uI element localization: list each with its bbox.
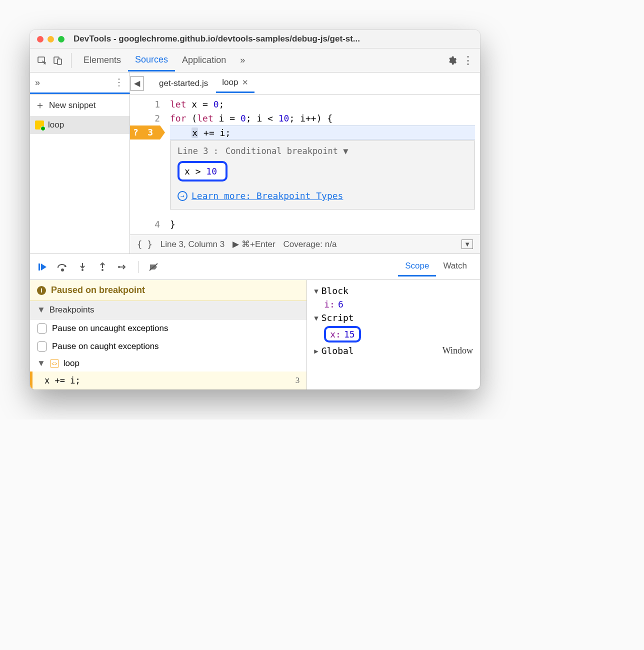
- plus-icon: ＋: [35, 98, 45, 112]
- svg-rect-2: [58, 59, 62, 64]
- tab-sources[interactable]: Sources: [128, 50, 175, 72]
- file-tab-label: get-started.js: [159, 78, 208, 88]
- line-number[interactable]: 4: [130, 218, 160, 232]
- bp-line-label: Line 3 :: [178, 146, 218, 156]
- pause-uncaught-row[interactable]: Pause on uncaught exceptions: [30, 320, 306, 338]
- snippet-small-icon: <>: [50, 360, 58, 368]
- pause-caught-row[interactable]: Pause on caught exceptions: [30, 338, 306, 356]
- new-snippet-button[interactable]: ＋ New snippet: [30, 94, 130, 116]
- breakpoint-entry[interactable]: x += i; 3: [30, 372, 306, 390]
- editor-statusbar: { } Line 3, Column 3 ▶ ⌘+Enter Coverage:…: [130, 234, 480, 254]
- breakpoint-editor: Line 3 : Conditional breakpoint ▼ x > 10…: [170, 140, 475, 210]
- scope-pane: ▼Block i: 6 ▼Script x: 15 ▶GlobalWindow: [307, 280, 480, 390]
- chevron-down-icon: ▼: [37, 305, 46, 315]
- line-number-breakpoint[interactable]: 3: [130, 126, 160, 140]
- kebab-menu-icon[interactable]: ⋮: [460, 52, 476, 68]
- debugger-left-pane: i Paused on breakpoint ▼ Breakpoints Pau…: [30, 280, 307, 390]
- svg-point-6: [102, 269, 104, 271]
- navigate-back-icon[interactable]: ◀: [130, 76, 144, 90]
- learn-more-link[interactable]: Learn more: Breakpoint Types: [192, 190, 343, 201]
- inspect-icon[interactable]: [34, 52, 50, 68]
- snippet-icon: [35, 120, 44, 130]
- checkbox-unchecked-icon[interactable]: [37, 324, 47, 334]
- step-into-icon[interactable]: [76, 260, 89, 274]
- file-tab-getstarted[interactable]: get-started.js: [153, 74, 214, 92]
- close-tab-icon[interactable]: ✕: [242, 78, 248, 87]
- tab-scope[interactable]: Scope: [398, 257, 436, 276]
- chevron-down-icon: ▼: [37, 358, 46, 368]
- tab-application[interactable]: Application: [175, 50, 233, 70]
- step-over-icon[interactable]: [56, 260, 69, 274]
- cursor-position: Line 3, Column 3: [160, 240, 225, 250]
- file-tab-loop[interactable]: loop ✕: [216, 74, 254, 93]
- step-icon[interactable]: [116, 260, 129, 274]
- new-snippet-label: New snippet: [49, 100, 96, 110]
- run-hint: ▶ ⌘+Enter: [232, 239, 275, 250]
- scope-var-x: x: 15: [307, 324, 480, 344]
- gutter[interactable]: 1 2 3: [130, 94, 165, 214]
- chevron-down-icon: ▼: [343, 146, 348, 156]
- resume-icon[interactable]: [36, 260, 49, 274]
- line-number[interactable]: 2: [130, 112, 160, 126]
- svg-point-7: [118, 266, 120, 268]
- coverage-status: Coverage: n/a: [284, 240, 337, 250]
- chevron-down-icon: ▼: [314, 314, 318, 322]
- gear-icon[interactable]: [444, 52, 460, 68]
- deactivate-breakpoints-icon[interactable]: [148, 260, 160, 274]
- info-icon: i: [37, 286, 46, 295]
- sidebar-item-label: loop: [48, 120, 64, 130]
- svg-point-5: [82, 269, 84, 271]
- bp-type-dropdown[interactable]: Conditional breakpoint ▼: [226, 146, 348, 156]
- close-window-icon[interactable]: [37, 36, 44, 42]
- file-tab-label: loop: [222, 78, 238, 88]
- scope-block-header[interactable]: ▼Block: [307, 284, 480, 298]
- code-editor: 1 2 3 let x = 0; for (let i = 0; i < 10;…: [130, 94, 480, 254]
- paused-banner: i Paused on breakpoint: [30, 280, 306, 301]
- window-title: DevTools - googlechrome.github.io/devtoo…: [74, 34, 360, 44]
- tab-watch[interactable]: Watch: [436, 257, 474, 276]
- main-tabbar: Elements Sources Application » ⋮: [30, 48, 480, 72]
- code-line-active[interactable]: x += i;: [170, 126, 475, 140]
- breakpoint-source-row[interactable]: ▼ <> loop: [30, 356, 306, 372]
- step-out-icon[interactable]: [96, 260, 109, 274]
- maximize-window-icon[interactable]: [58, 36, 64, 42]
- sidebar-item-loop[interactable]: loop: [30, 116, 130, 134]
- scope-var-i: i: 6: [307, 298, 480, 311]
- drawer-toggle-icon[interactable]: ▼: [462, 240, 473, 249]
- chevron-right-icon: ▶: [314, 347, 318, 355]
- scope-script-header[interactable]: ▼Script: [307, 311, 480, 324]
- navigator-menu-icon[interactable]: ⋯: [114, 78, 126, 88]
- bp-condition-input[interactable]: x > 10: [178, 161, 228, 182]
- debugger-toolbar: Scope Watch: [30, 254, 480, 280]
- svg-point-4: [62, 269, 64, 271]
- line-number[interactable]: 1: [130, 98, 160, 112]
- titlebar: DevTools - googlechrome.github.io/devtoo…: [30, 30, 480, 48]
- code-line[interactable]: let x = 0;: [170, 98, 475, 112]
- file-toolbar: » ⋯ ◀ get-started.js loop ✕: [30, 72, 480, 94]
- snippets-sidebar: ＋ New snippet loop: [30, 94, 130, 254]
- scope-global-header[interactable]: ▶GlobalWindow: [307, 344, 480, 358]
- navigator-header: » ⋯: [30, 72, 130, 94]
- device-icon[interactable]: [50, 52, 66, 68]
- svg-rect-3: [38, 264, 40, 270]
- code-line[interactable]: }: [170, 218, 475, 232]
- code-line[interactable]: for (let i = 0; i < 10; i++) {: [170, 112, 475, 126]
- devtools-window: DevTools - googlechrome.github.io/devtoo…: [30, 30, 480, 390]
- checkbox-unchecked-icon[interactable]: [37, 342, 47, 352]
- pretty-print-icon[interactable]: { }: [137, 240, 152, 250]
- chevron-down-icon: ▼: [314, 287, 318, 295]
- arrow-right-circle-icon: →: [178, 191, 188, 201]
- tabs-overflow[interactable]: »: [233, 50, 252, 70]
- navigator-overflow-icon[interactable]: »: [35, 78, 40, 88]
- breakpoint-line-number: 3: [296, 376, 300, 386]
- tab-elements[interactable]: Elements: [76, 50, 128, 70]
- breakpoints-section-header[interactable]: ▼ Breakpoints: [30, 301, 306, 320]
- minimize-window-icon[interactable]: [48, 36, 54, 42]
